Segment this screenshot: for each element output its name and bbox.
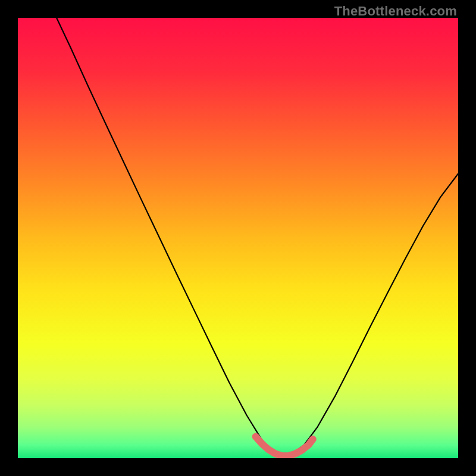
chart-frame: TheBottleneck.com	[0, 0, 476, 476]
watermark-text: TheBottleneck.com	[334, 4, 457, 19]
bottleneck-curve-path	[57, 18, 458, 456]
curve-layer	[18, 18, 458, 458]
plot-area	[18, 18, 458, 458]
valley-flat-path	[256, 437, 313, 456]
